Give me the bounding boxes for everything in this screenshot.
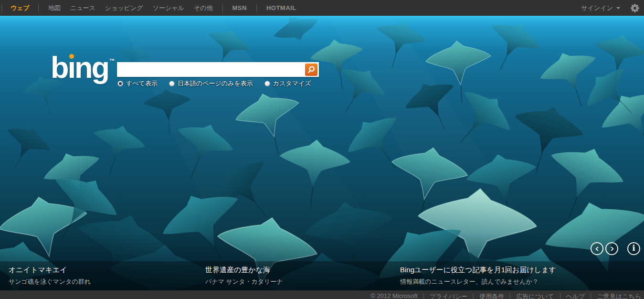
story-subtitle: サンゴ礁を泳ぐマンタの群れ xyxy=(9,278,91,286)
radio-button-selected[interactable] xyxy=(117,81,123,86)
radio-label: カスタマイズ xyxy=(273,79,311,88)
footer-separator xyxy=(473,293,474,299)
chevron-right-icon xyxy=(609,246,615,252)
radio-label: 日本語のページのみを表示 xyxy=(178,79,253,88)
radio-option-customize[interactable]: カスタマイズ xyxy=(264,79,311,88)
story-subtitle: パナマ サンタ・カタリーナ xyxy=(205,278,283,286)
info-icon: i xyxy=(632,244,635,252)
radio-button[interactable] xyxy=(264,81,270,86)
radio-button[interactable] xyxy=(169,81,175,86)
footer-link-help[interactable]: ヘルプ xyxy=(566,292,585,299)
story-title[interactable]: Bingユーザーに役立つ記事を月1回お届けします xyxy=(400,266,556,275)
nav-separator xyxy=(1,4,2,12)
footer-bar: © 2012 Microsoft プライバシー 使用条件 広告について ヘルプ … xyxy=(0,290,644,299)
signin-label: サインイン xyxy=(581,4,613,12)
logo-letter: ng xyxy=(74,53,108,83)
footer-link-privacy[interactable]: プライバシー xyxy=(430,292,468,299)
radio-option-all[interactable]: すべて表示 xyxy=(117,79,158,88)
nav-item-shopping[interactable]: ショッピング xyxy=(100,4,148,12)
story-title[interactable]: 世界遺産の豊かな海 xyxy=(205,266,283,275)
footer-link-feedback[interactable]: ご意見はこちら xyxy=(597,292,641,299)
bing-logo[interactable]: b ı ng ™ xyxy=(51,53,115,83)
search-bar xyxy=(117,62,319,77)
image-carousel-controls: i xyxy=(591,242,640,255)
search-button[interactable] xyxy=(305,64,317,76)
story-item[interactable]: 世界遺産の豊かな海 パナマ サンタ・カタリーナ xyxy=(205,266,283,286)
radio-label: すべて表示 xyxy=(126,79,158,88)
search-input[interactable] xyxy=(117,62,305,77)
story-item[interactable]: オニイトマキエイ サンゴ礁を泳ぐマンタの群れ xyxy=(9,266,91,286)
story-item[interactable]: Bingユーザーに役立つ記事を月1回お届けします 情報満載のニュースレター、読ん… xyxy=(400,266,556,286)
chevron-left-icon xyxy=(594,246,600,252)
nav-separator xyxy=(38,4,39,12)
nav-item-news[interactable]: ニュース xyxy=(65,4,100,12)
trademark-symbol: ™ xyxy=(109,58,115,83)
logo-letter-i: ı xyxy=(67,53,74,83)
chevron-down-icon xyxy=(616,7,620,9)
nav-item-maps[interactable]: 地図 xyxy=(43,4,65,12)
nav-separator xyxy=(222,4,223,12)
top-navigation-bar: ウェブ 地図 ニュース ショッピング ソーシャル その他 MSN HOTMAIL… xyxy=(0,0,644,16)
logo-letter: b xyxy=(51,53,67,83)
footer-separator xyxy=(510,293,510,299)
copyright-text: © 2012 Microsoft xyxy=(370,292,417,299)
image-info-button[interactable]: i xyxy=(627,242,640,255)
nav-item-social[interactable]: ソーシャル xyxy=(148,4,189,12)
nav-left-group: ウェブ 地図 ニュース ショッピング ソーシャル その他 MSN HOTMAIL xyxy=(0,4,301,12)
nav-item-hotmail[interactable]: HOTMAIL xyxy=(262,4,301,11)
nav-item-more[interactable]: その他 xyxy=(189,4,218,12)
story-title[interactable]: オニイトマキエイ xyxy=(9,266,91,275)
story-subtitle: 情報満載のニュースレター、読んでみませんか？ xyxy=(400,278,556,286)
footer-link-terms[interactable]: 使用条件 xyxy=(479,292,504,299)
signin-button[interactable]: サインイン xyxy=(581,4,620,12)
gear-icon[interactable] xyxy=(631,4,639,12)
footer-separator xyxy=(423,293,424,299)
nav-item-web[interactable]: ウェブ xyxy=(7,4,33,12)
nav-right-group: サインイン xyxy=(581,4,644,12)
footer-separator xyxy=(591,293,591,299)
next-image-button[interactable] xyxy=(605,242,618,255)
footer-separator xyxy=(560,293,560,299)
nav-item-msn[interactable]: MSN xyxy=(228,4,252,11)
nav-separator xyxy=(256,4,257,12)
radio-option-japanese-only[interactable]: 日本語のページのみを表示 xyxy=(169,79,253,88)
search-scope-options: すべて表示 日本語のページのみを表示 カスタマイズ xyxy=(117,79,311,88)
magnifier-icon xyxy=(306,65,316,75)
footer-link-advertise[interactable]: 広告について xyxy=(516,292,554,299)
previous-image-button[interactable] xyxy=(591,242,603,255)
story-strip: オニイトマキエイ サンゴ礁を泳ぐマンタの群れ 世界遺産の豊かな海 パナマ サンタ… xyxy=(0,261,644,290)
